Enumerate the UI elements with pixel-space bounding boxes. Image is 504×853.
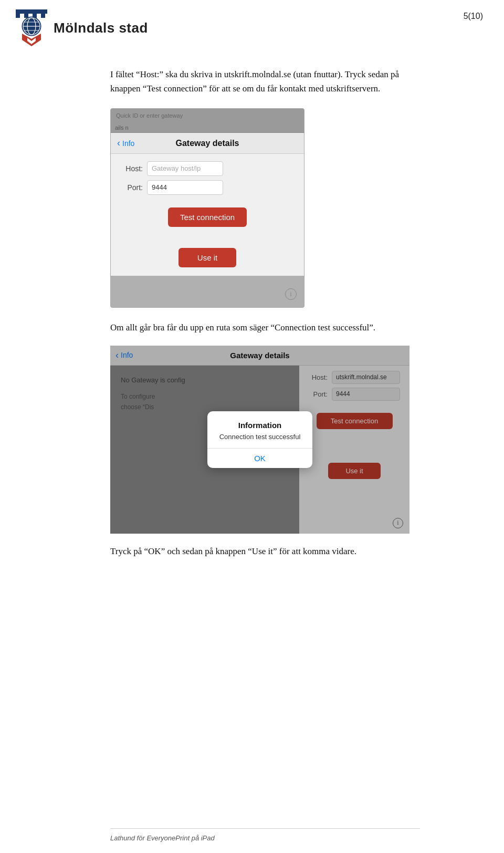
screenshot-2: ‹ Info Gateway details No Gateway is con… bbox=[110, 346, 410, 534]
test-connection-button-1[interactable]: Test connection bbox=[168, 207, 247, 227]
modal-body: Connection test successful bbox=[216, 433, 304, 441]
svg-rect-1 bbox=[16, 14, 20, 18]
host-row-1: Host: Gateway host/ip bbox=[119, 161, 296, 176]
host-label-1: Host: bbox=[119, 164, 143, 173]
modal-divider bbox=[207, 448, 312, 449]
port-value-1: 9444 bbox=[152, 183, 167, 191]
host-input-1[interactable]: Gateway host/ip bbox=[147, 161, 223, 176]
partial-top-bar: Quick ID or enter gateway bbox=[111, 109, 304, 122]
partial-bar-text: Quick ID or enter gateway bbox=[116, 112, 183, 119]
logo-text: Mölndals stad bbox=[54, 20, 148, 36]
screenshot-1-bottom: i bbox=[111, 276, 304, 307]
footer-text: Lathund för EveryonePrint på iPad bbox=[110, 834, 215, 842]
modal-title: Information bbox=[216, 421, 304, 430]
port-label-1: Port: bbox=[119, 183, 143, 192]
partial-second-bar: ails n bbox=[111, 122, 304, 133]
gateway-form-card-1: Host: Gateway host/ip Port: 9444 Test co… bbox=[111, 154, 304, 276]
modal-dialog: Information Connection test successful O… bbox=[207, 411, 312, 468]
page-header: Mölndals stad 5(10) bbox=[0, 0, 504, 51]
partial-left-text: ails n bbox=[115, 124, 129, 131]
mid-paragraph: Om allt går bra får du upp en ruta som s… bbox=[110, 320, 420, 335]
info-icon-1[interactable]: i bbox=[285, 288, 297, 300]
svg-rect-0 bbox=[16, 9, 47, 14]
host-placeholder-1: Gateway host/ip bbox=[152, 164, 201, 172]
use-it-btn-container-1: Use it bbox=[111, 243, 304, 276]
page-number: 5(10) bbox=[464, 12, 483, 21]
logo-container: Mölndals stad bbox=[16, 9, 148, 46]
bottom-paragraph: Tryck på “OK” och sedan på knappen “Use … bbox=[110, 544, 420, 558]
ios-nav-bar-1: ‹ Info Gateway details bbox=[111, 133, 304, 154]
intro-paragraph: I fältet “Host:” ska du skriva in utskri… bbox=[110, 67, 420, 96]
port-input-1[interactable]: 9444 bbox=[147, 180, 223, 195]
svg-rect-2 bbox=[24, 14, 28, 18]
modal-ok-button[interactable]: OK bbox=[216, 454, 304, 463]
use-it-button-1[interactable]: Use it bbox=[178, 248, 236, 267]
test-btn-container-1: Test connection bbox=[111, 202, 304, 232]
main-content: I fältet “Host:” ska du skriva in utskri… bbox=[0, 51, 504, 590]
svg-rect-4 bbox=[41, 14, 45, 18]
form-fields-1: Host: Gateway host/ip Port: 9444 bbox=[111, 154, 304, 202]
spacer-1 bbox=[111, 232, 304, 243]
back-chevron-icon: ‹ bbox=[117, 138, 120, 149]
nav-title-1: Gateway details bbox=[176, 139, 239, 148]
port-row-1: Port: 9444 bbox=[119, 180, 296, 195]
back-button-1[interactable]: ‹ Info bbox=[117, 138, 134, 149]
back-label-1: Info bbox=[122, 139, 134, 148]
logo-icon bbox=[16, 9, 47, 46]
page-footer: Lathund för EveryonePrint på iPad bbox=[110, 828, 420, 842]
screenshot-1: Quick ID or enter gateway ails n ‹ Info … bbox=[110, 108, 304, 308]
modal-overlay: Information Connection test successful O… bbox=[110, 346, 410, 534]
